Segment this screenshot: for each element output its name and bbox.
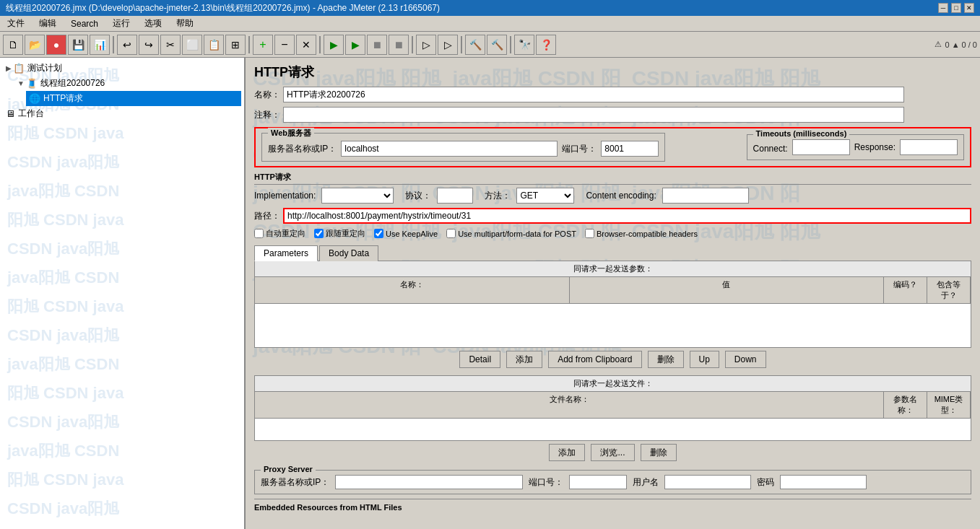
timeout-section: Timeouts (milliseconds) Connect: Respons… xyxy=(747,134,964,160)
keepalive-checkbox[interactable]: Use KeepAlive xyxy=(374,229,438,238)
auto-redirect-input[interactable] xyxy=(254,229,264,238)
path-input[interactable] xyxy=(283,208,971,224)
encoding-input[interactable] xyxy=(662,188,749,204)
toolbar-export[interactable]: 📊 xyxy=(90,35,110,55)
toolbar-remote-stop[interactable]: ▷ xyxy=(438,35,458,55)
multipart-input[interactable] xyxy=(446,229,456,238)
add-button[interactable]: 添加 xyxy=(506,351,542,368)
keepalive-label: Use KeepAlive xyxy=(386,229,438,238)
close-button[interactable]: ✕ xyxy=(964,3,974,13)
keepalive-input[interactable] xyxy=(374,229,383,238)
tree-item-httprequest[interactable]: 🌐 HTTP请求 xyxy=(26,91,241,106)
window-title: 线程组20200726.jmx (D:\develop\apache-jmete… xyxy=(6,2,440,14)
webserver-title: Web服务器 xyxy=(268,128,314,139)
toolbar-run-start[interactable]: ▶ xyxy=(324,35,344,55)
window-controls: ─ □ ✕ xyxy=(938,3,974,13)
proxy-pass-input[interactable] xyxy=(780,475,867,489)
tree-item-workbench[interactable]: 🖥 工作台 xyxy=(3,106,241,121)
browser-headers-checkbox[interactable]: Browser-compatible headers xyxy=(585,229,698,238)
response-input[interactable] xyxy=(900,139,958,155)
maximize-button[interactable]: □ xyxy=(951,3,961,13)
menu-edit[interactable]: 编辑 xyxy=(35,16,61,31)
files-section-header: 同请求一起发送文件： xyxy=(255,376,971,392)
down-button[interactable]: Down xyxy=(725,351,766,368)
detail-button[interactable]: Detail xyxy=(459,351,500,368)
timeout-title: Timeouts (milliseconds) xyxy=(753,129,850,138)
name-label: 名称： xyxy=(254,89,283,101)
add-clipboard-button[interactable]: Add from Clipboard xyxy=(548,351,641,368)
toolbar-stop-now[interactable]: ⏹ xyxy=(389,35,409,55)
toolbar-paste[interactable]: 📋 xyxy=(204,35,224,55)
files-browse-button[interactable]: 浏览... xyxy=(591,444,634,461)
menu-bar: 文件 编辑 Search 运行 选项 帮助 xyxy=(0,16,980,32)
toolbar-cut[interactable]: ✂ xyxy=(160,35,181,55)
toolbar-run-start2[interactable]: ▶ xyxy=(345,35,365,55)
toolbar-add[interactable]: + xyxy=(253,35,273,55)
name-input[interactable] xyxy=(283,87,904,102)
proxy-port-input[interactable] xyxy=(569,475,627,489)
toolbar-search[interactable]: 🔭 xyxy=(514,35,534,55)
toolbar-expand[interactable]: ⊞ xyxy=(225,35,246,55)
multipart-checkbox[interactable]: Use multipart/form-data for POST xyxy=(446,229,576,238)
minimize-button[interactable]: ─ xyxy=(938,3,948,13)
menu-file[interactable]: 文件 xyxy=(3,16,29,31)
toolbar-clear2[interactable]: ✕ xyxy=(296,35,316,55)
toolbar-counter: ⚠ 0 ▲ 0 / 0 xyxy=(935,40,977,49)
files-col-param: 参数名称： xyxy=(884,392,927,418)
connect-input[interactable] xyxy=(792,139,850,155)
parameters-table: 同请求一起发送参数： 名称： 值 编码？ 包含等于？ xyxy=(254,261,971,348)
params-table-header: 名称： 值 编码？ 包含等于？ xyxy=(255,277,971,304)
toolbar-copy[interactable]: ⬜ xyxy=(182,35,202,55)
toolbar-stop-indicator[interactable]: ● xyxy=(46,35,66,55)
comment-row: 注释： xyxy=(254,107,971,123)
port-input[interactable] xyxy=(601,141,659,157)
up-button[interactable]: Up xyxy=(690,351,719,368)
proxy-server-input[interactable] xyxy=(335,475,523,489)
toolbar-save[interactable]: 💾 xyxy=(68,35,88,55)
server-name-input[interactable] xyxy=(341,141,558,157)
toolbar-open[interactable]: 📂 xyxy=(25,35,45,55)
auto-redirect-checkbox[interactable]: 自动重定向 xyxy=(254,228,305,239)
server-timeout-box: Web服务器 服务器名称或IP： 端口号： Timeouts (millisec… xyxy=(254,127,971,167)
files-add-button[interactable]: 添加 xyxy=(549,444,585,461)
implementation-select[interactable] xyxy=(321,188,394,204)
toolbar-hammer1[interactable]: 🔨 xyxy=(465,35,485,55)
protocol-label: 协议： xyxy=(405,190,431,202)
tab-parameters[interactable]: Parameters xyxy=(254,245,318,261)
httprequest-icon: 🌐 xyxy=(29,93,40,104)
toolbar-hammer2[interactable]: 🔨 xyxy=(487,35,507,55)
follow-redirect-input[interactable] xyxy=(314,229,324,238)
proxy-server-label: 服务器名称或IP： xyxy=(261,476,329,489)
proxy-title: Proxy Server xyxy=(261,465,316,473)
server-inputs: 服务器名称或IP： 端口号： xyxy=(268,141,659,157)
menu-run[interactable]: 运行 xyxy=(108,16,134,31)
toolbar-new[interactable]: 🗋 xyxy=(3,35,23,55)
files-delete-button[interactable]: 删除 xyxy=(641,444,677,461)
toolbar-remove[interactable]: − xyxy=(274,35,295,55)
port-label: 端口号： xyxy=(562,143,597,155)
toolbar-help-btn[interactable]: ❓ xyxy=(536,35,556,55)
menu-search[interactable]: Search xyxy=(66,17,103,30)
tree-item-threadgroup[interactable]: ▼ 🧵 线程组20200726 xyxy=(14,76,241,91)
response-label: Response: xyxy=(854,142,896,152)
workbench-label: 工作台 xyxy=(18,108,44,120)
browser-headers-input[interactable] xyxy=(585,229,594,238)
tab-bodydata[interactable]: Body Data xyxy=(319,245,378,261)
proxy-user-input[interactable] xyxy=(664,475,751,489)
toolbar-remote-start[interactable]: ▷ xyxy=(416,35,436,55)
follow-redirect-checkbox[interactable]: 跟随重定向 xyxy=(314,228,365,239)
protocol-input[interactable] xyxy=(437,188,473,204)
toolbar-redo[interactable]: ↪ xyxy=(139,35,159,55)
tree-item-testplan[interactable]: ▶ 📋 测试计划 xyxy=(3,61,241,76)
title-bar: 线程组20200726.jmx (D:\develop\apache-jmete… xyxy=(0,0,980,16)
proxy-user-label: 用户名 xyxy=(633,476,659,489)
menu-help[interactable]: 帮助 xyxy=(172,16,198,31)
tree-expand-threadgroup: ▼ xyxy=(17,79,25,87)
toolbar-stop-all[interactable]: ⏹ xyxy=(367,35,387,55)
toolbar-undo[interactable]: ↩ xyxy=(117,35,137,55)
method-label: 方法： xyxy=(485,190,511,202)
menu-options[interactable]: 选项 xyxy=(140,16,166,31)
method-select[interactable]: GET POST xyxy=(516,188,574,204)
comment-input[interactable] xyxy=(283,107,904,123)
delete-button[interactable]: 删除 xyxy=(648,351,684,368)
